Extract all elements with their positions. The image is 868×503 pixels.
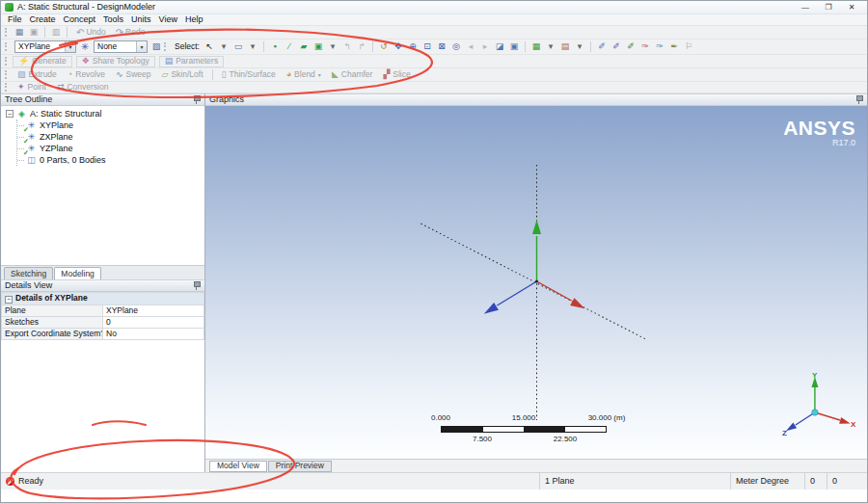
menu-item[interactable]: File xyxy=(4,15,26,24)
display-style-icon[interactable]: ▦ xyxy=(529,40,543,53)
box-select-arrow-icon[interactable]: ▾ xyxy=(246,40,259,53)
collapse-icon[interactable]: − xyxy=(6,110,14,118)
plane-combobox[interactable]: XYPlane ▾ xyxy=(14,40,76,53)
tree-root[interactable]: − ◈ A: Static Structural xyxy=(3,108,204,119)
toolbar-grip[interactable] xyxy=(5,83,9,92)
chevron-down-icon[interactable]: ▾ xyxy=(136,41,147,52)
box-zoom-icon[interactable]: ⊡ xyxy=(420,40,434,53)
share-topology-button[interactable]: ❖ Share Topology xyxy=(76,56,155,67)
menu-item[interactable]: Units xyxy=(127,15,155,24)
next-selection-icon[interactable]: ↱ xyxy=(355,40,368,53)
print-icon[interactable]: ▥ xyxy=(49,26,63,39)
display-vertices-icon[interactable]: ✐ xyxy=(610,40,623,53)
tab-model-view[interactable]: Model View xyxy=(209,461,267,472)
vertex-filter-icon[interactable]: ▪ xyxy=(268,40,282,53)
select-mode-icon[interactable]: ↖ xyxy=(203,40,216,53)
pan-icon[interactable]: ✥ xyxy=(392,40,405,53)
tree-item-plane[interactable]: ✳ ✓ ZXPlane xyxy=(17,131,204,143)
details-value[interactable]: No xyxy=(103,328,204,339)
select-mode-arrow-icon[interactable]: ▾ xyxy=(217,40,231,53)
window-controls: — ❐ ✕ xyxy=(794,1,863,13)
toolbar-grip[interactable] xyxy=(5,28,9,37)
triad-toggle-icon[interactable]: ✒ xyxy=(667,40,681,53)
tree-item-plane[interactable]: ✳ ✓ YZPlane xyxy=(17,143,204,154)
edge-coloring-arrow-icon[interactable]: ▾ xyxy=(573,40,586,53)
flag-icon[interactable]: ⚐ xyxy=(682,40,695,53)
menu-item[interactable]: Concept xyxy=(60,15,100,24)
extrude-button[interactable]: ▧ Extrude xyxy=(13,69,62,81)
orientation-triad[interactable]: Y X Z xyxy=(782,371,856,437)
chevron-down-icon[interactable]: ▾ xyxy=(65,41,75,52)
magnifier-window-icon[interactable]: ◎ xyxy=(449,40,463,53)
maximize-button[interactable]: ❐ xyxy=(817,1,840,13)
tree-children: ✳ ✓ XYPlane ✳ ✓ ZXPlane xyxy=(16,119,204,166)
display-style-arrow-icon[interactable]: ▾ xyxy=(544,40,557,53)
toolbar-grip[interactable] xyxy=(164,42,168,51)
menu-item[interactable]: Create xyxy=(26,15,60,24)
pin-icon[interactable] xyxy=(855,95,863,104)
edge-coloring-icon[interactable]: ▤ xyxy=(558,40,572,53)
plane-icon: ✳ ✓ xyxy=(26,120,37,131)
pin-icon[interactable] xyxy=(193,281,201,290)
conversion-button[interactable]: ⇄ Conversion xyxy=(52,82,114,93)
minimize-button[interactable]: — xyxy=(794,1,817,13)
toolbar-grip[interactable] xyxy=(5,42,9,51)
details-label: Export Coordinate System? xyxy=(2,328,103,339)
cross-section-alignments-icon[interactable]: ✑ xyxy=(638,40,652,53)
rotate-icon[interactable]: ↺ xyxy=(377,40,391,53)
edge-filter-icon[interactable]: ∕ xyxy=(283,40,296,53)
chamfer-button[interactable]: ◣ Chamfer xyxy=(327,69,378,81)
menu-item[interactable]: Tools xyxy=(99,15,127,24)
toolbar-grip[interactable] xyxy=(5,57,9,66)
edge-direction-icon[interactable]: ✐ xyxy=(595,40,609,53)
skin-loft-button[interactable]: ▱ Skin/Loft xyxy=(157,69,208,81)
tab-modeling[interactable]: Modeling xyxy=(54,267,101,279)
slice-button[interactable]: ▞ Slice xyxy=(378,69,415,81)
blend-button[interactable]: ◕ Blend ▾ xyxy=(282,69,326,81)
print-icon-group: ▥ xyxy=(49,26,63,39)
box-select-icon[interactable]: ▭ xyxy=(231,40,245,53)
toolbar-separator xyxy=(263,41,264,52)
details-table: −Details of XYPlane Plane XYPlane Sketch… xyxy=(1,292,204,340)
tree-item-parts[interactable]: ◫ 0 Parts, 0 Bodies xyxy=(17,154,204,166)
tree-item-plane[interactable]: ✳ ✓ XYPlane xyxy=(17,119,204,131)
new-plane-icon[interactable]: ✳ xyxy=(78,40,92,53)
display-edges-icon[interactable]: ✐ xyxy=(624,40,637,53)
toolbar-context: XYPlane ▾ ✳ None ▾ ▨ Select: ↖▾▭▾ ▪∕▰▣▾↰… xyxy=(1,40,867,55)
menu-item[interactable]: Help xyxy=(181,15,207,24)
previous-view-icon[interactable]: ◂ xyxy=(464,40,477,53)
close-button[interactable]: ✕ xyxy=(840,1,863,13)
details-value[interactable]: XYPlane xyxy=(103,304,204,316)
thin-surface-button[interactable]: ▯ Thin/Surface xyxy=(217,69,281,81)
generate-button[interactable]: ⚡ Generate xyxy=(13,56,72,67)
face-filter-icon[interactable]: ▰ xyxy=(297,40,311,53)
title-bar[interactable]: A: Static Structural - DesignModeler — ❐… xyxy=(1,1,867,14)
parameters-button[interactable]: ▤ Parameters xyxy=(159,56,224,67)
body-filter-icon[interactable]: ▣ xyxy=(312,40,325,53)
details-value[interactable]: 0 xyxy=(103,316,204,328)
sketch-combobox[interactable]: None ▾ xyxy=(94,40,148,53)
menu-item[interactable]: View xyxy=(155,15,181,24)
look-at-face-icon[interactable]: ▣ xyxy=(507,40,521,53)
zoom-icon[interactable]: ⊕ xyxy=(406,40,420,53)
tab-sketching[interactable]: Sketching xyxy=(4,267,53,279)
details-group-header[interactable]: −Details of XYPlane xyxy=(2,293,204,305)
graphics-viewport[interactable]: Y X Z ANSYS R17.0 xyxy=(205,106,867,459)
save-project-icon[interactable]: ▣ xyxy=(27,26,41,39)
redo-button[interactable]: ↷ Redo xyxy=(111,28,150,38)
undo-button[interactable]: ↶ Undo xyxy=(71,28,111,38)
sweep-button[interactable]: ∿ Sweep xyxy=(111,69,156,81)
pin-icon[interactable] xyxy=(193,95,201,104)
toolbar-grip[interactable] xyxy=(5,70,9,79)
point-button[interactable]: ✦ Point xyxy=(13,82,51,93)
ruler-toggle-icon[interactable]: ✑ xyxy=(653,40,666,53)
new-sketch-icon[interactable]: ▨ xyxy=(149,40,163,53)
tab-print-preview[interactable]: Print Preview xyxy=(268,461,332,472)
revolve-button[interactable]: ◔ Revolve xyxy=(63,69,110,81)
next-view-icon[interactable]: ▸ xyxy=(478,40,492,53)
new-session-icon[interactable]: ▦ xyxy=(13,26,26,39)
isometric-view-icon[interactable]: ◪ xyxy=(493,40,506,53)
zoom-fit-icon[interactable]: ⊠ xyxy=(435,40,448,53)
extend-selection-icon[interactable]: ▾ xyxy=(326,40,339,53)
previous-selection-icon[interactable]: ↰ xyxy=(340,40,354,53)
